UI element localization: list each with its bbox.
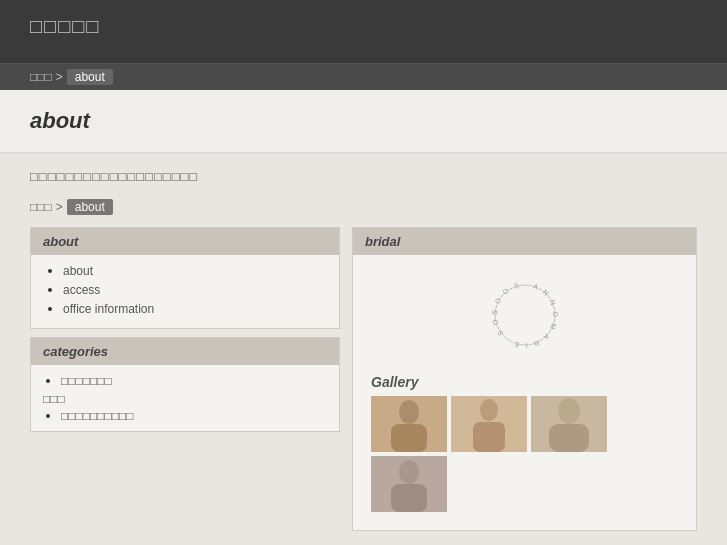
top-header: □□□□□ xyxy=(0,0,727,64)
svg-point-6 xyxy=(480,399,498,421)
breadcrumb-home-link[interactable]: □□□ xyxy=(30,70,52,84)
svg-rect-7 xyxy=(473,422,505,452)
category-item-link[interactable]: □□□□□□□ xyxy=(61,374,112,388)
svg-point-3 xyxy=(399,400,419,424)
svg-point-12 xyxy=(399,460,419,484)
access-link[interactable]: access xyxy=(63,283,100,297)
sidebar-about-header: about xyxy=(31,228,339,255)
sub-category-item-link[interactable]: □□□□□□□□□□ xyxy=(61,409,133,423)
about-link[interactable]: about xyxy=(63,264,93,278)
main-content: □□□□□□□□□□□□□□□□□□□ □□□ > about about ab… xyxy=(0,154,727,545)
breadcrumb2-home-link[interactable]: □□□ xyxy=(30,200,52,214)
svg-rect-10 xyxy=(549,424,589,452)
breadcrumb-sep-1: > xyxy=(56,70,63,84)
breadcrumb-bar-top: □□□ > about xyxy=(0,64,727,90)
svg-rect-4 xyxy=(391,424,427,452)
gallery-thumb-2[interactable] xyxy=(451,396,527,452)
list-item: □□□□□□□□□□ xyxy=(61,408,327,423)
list-item: about xyxy=(63,263,327,278)
gallery-thumb-3[interactable] xyxy=(531,396,607,452)
site-title: □□□□□ xyxy=(30,15,697,38)
categories-header: categories xyxy=(31,338,339,365)
gallery-header: Gallery xyxy=(363,370,686,396)
gallery-thumb-1[interactable] xyxy=(371,396,447,452)
page-title-bar: about xyxy=(0,90,727,154)
bridal-header: bridal xyxy=(353,228,696,255)
sidebar-categories-section: categories □□□□□□□ □□□ □□□□□□□□□□ xyxy=(30,337,340,432)
breadcrumb2: □□□ > about xyxy=(30,199,697,215)
right-content: bridal S·O·O·S · A·N·N·O·M·A·R·I·E · S·O… xyxy=(352,227,697,531)
description-text: □□□□□□□□□□□□□□□□□□□ xyxy=(30,169,697,184)
list-item: access xyxy=(63,282,327,297)
circular-logo: S·O·O·S · A·N·N·O·M·A·R·I·E · S·O·O·S xyxy=(485,275,565,355)
sidebar-about-body: about access office information xyxy=(31,255,339,328)
sidebar: about about access office information xyxy=(30,227,340,432)
two-col-layout: about about access office information xyxy=(30,227,697,531)
office-information-link[interactable]: office information xyxy=(63,302,154,316)
list-item: □□□□□□□ xyxy=(61,373,327,388)
cat-label-row: □□□ xyxy=(43,388,327,408)
sidebar-about-section: about about access office information xyxy=(30,227,340,329)
gallery-thumb-4[interactable] xyxy=(371,456,447,512)
breadcrumb2-current[interactable]: about xyxy=(67,199,113,215)
page-title: about xyxy=(30,108,697,134)
gallery-grid xyxy=(363,396,686,520)
breadcrumb2-sep: > xyxy=(56,200,63,214)
svg-point-9 xyxy=(558,398,580,424)
breadcrumb-current[interactable]: about xyxy=(67,69,113,85)
bridal-body: S·O·O·S · A·N·N·O·M·A·R·I·E · S·O·O·S Ga… xyxy=(353,255,696,530)
categories-body: □□□□□□□ □□□ □□□□□□□□□□ xyxy=(31,365,339,431)
list-item: office information xyxy=(63,301,327,316)
svg-text:S·O·O·S · A·N·N·O·M·A·R·I·E · : S·O·O·S · A·N·N·O·M·A·R·I·E · S·O·O·S xyxy=(485,275,559,349)
svg-rect-13 xyxy=(391,484,427,512)
